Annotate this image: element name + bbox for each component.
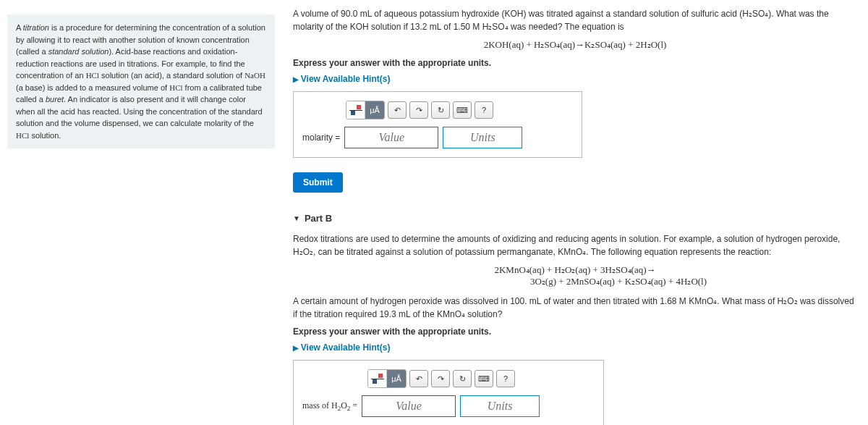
partB-instruction: Express your answer with the appropriate… bbox=[293, 327, 857, 337]
submit-button[interactable]: Submit bbox=[293, 172, 343, 193]
partA-toolbar: μÅ ↶ ↷ ↻ ⌨ ? bbox=[346, 101, 573, 119]
main-content: A volume of 90.0 mL of aqueous potassium… bbox=[282, 0, 868, 425]
partA-problem: A volume of 90.0 mL of aqueous potassium… bbox=[293, 7, 857, 33]
partB-units-input[interactable] bbox=[460, 395, 540, 417]
sidebar-text: A titration is a procedure for determini… bbox=[16, 22, 266, 141]
fraction-icon[interactable] bbox=[368, 370, 387, 387]
reset-icon[interactable]: ↻ bbox=[431, 101, 450, 119]
partB-hint-link[interactable]: View Available Hint(s) bbox=[293, 342, 857, 353]
partB-header[interactable]: ▼ Part B bbox=[293, 213, 857, 224]
undo-icon[interactable]: ↶ bbox=[388, 101, 407, 119]
keyboard-icon[interactable]: ⌨ bbox=[475, 370, 493, 387]
greek-button[interactable]: μÅ bbox=[387, 370, 406, 387]
reset-icon[interactable]: ↻ bbox=[453, 370, 472, 387]
collapse-icon[interactable]: ▼ bbox=[293, 214, 300, 222]
partB-problem2: A certain amount of hydrogen peroxide wa… bbox=[293, 295, 857, 321]
redo-icon[interactable]: ↷ bbox=[409, 101, 428, 119]
partA-hint-link[interactable]: View Available Hint(s) bbox=[293, 74, 857, 84]
partA-label: molarity = bbox=[302, 132, 340, 143]
partA-answer-box: μÅ ↶ ↷ ↻ ⌨ ? molarity = bbox=[293, 91, 582, 158]
greek-button[interactable]: μÅ bbox=[365, 101, 384, 119]
partA-equation: 2KOH(aq) + H₂SO₄(aq)→K₂SO₄(aq) + 2H₂O(l) bbox=[293, 39, 857, 51]
partA-instruction: Express your answer with the appropriate… bbox=[293, 58, 857, 68]
partA-units-input[interactable] bbox=[443, 127, 522, 148]
partB-label: mass of H2O2 = bbox=[302, 400, 357, 412]
partB-answer-box: μÅ ↶ ↷ ↻ ⌨ ? mass of H2O2 = bbox=[293, 360, 604, 425]
info-sidebar: A titration is a procedure for determini… bbox=[7, 14, 275, 148]
keyboard-icon[interactable]: ⌨ bbox=[453, 101, 472, 119]
partB-toolbar: μÅ ↶ ↷ ↻ ⌨ ? bbox=[367, 369, 595, 388]
fraction-icon[interactable] bbox=[346, 101, 365, 119]
partA-value-input[interactable] bbox=[344, 127, 438, 148]
partB-equation: 2KMnO₄(aq) + H₂O₂(aq) + 3H₂SO₄(aq)→ 3O₂(… bbox=[293, 264, 857, 287]
help-icon[interactable]: ? bbox=[475, 101, 493, 119]
help-icon[interactable]: ? bbox=[496, 370, 515, 387]
partB-value-input[interactable] bbox=[362, 395, 456, 417]
undo-icon[interactable]: ↶ bbox=[409, 370, 428, 387]
partB-problem1: Redox titrations are used to determine t… bbox=[293, 232, 857, 258]
partB-title: Part B bbox=[305, 213, 332, 224]
redo-icon[interactable]: ↷ bbox=[431, 370, 450, 387]
